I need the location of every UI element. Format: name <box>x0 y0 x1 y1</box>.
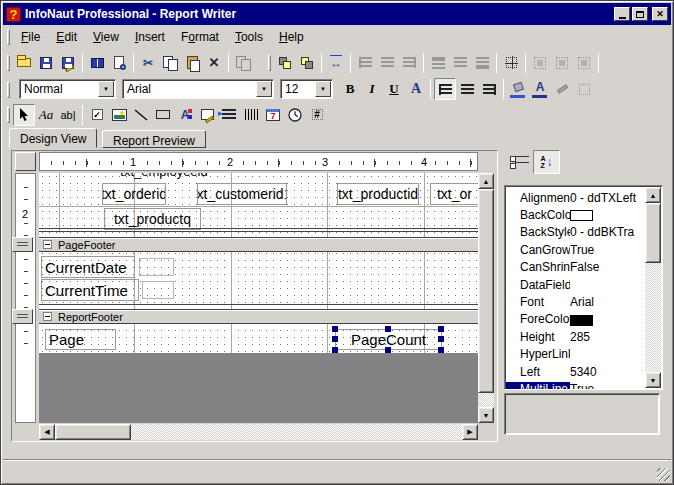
richtext-tool[interactable]: A <box>174 104 196 126</box>
save-as-button[interactable] <box>57 52 79 74</box>
selection-handle[interactable] <box>385 326 391 332</box>
field-txt-productq[interactable]: txt_productq <box>104 208 201 230</box>
categorized-view-button[interactable] <box>506 150 533 174</box>
fill-color-button[interactable] <box>507 78 529 100</box>
scroll-up-button[interactable]: ▲ <box>478 173 494 189</box>
label-tool[interactable]: Aa <box>35 104 57 126</box>
chevron-down-icon[interactable]: ▼ <box>98 81 114 97</box>
style-combo[interactable]: Normal ▼ <box>19 79 116 99</box>
property-value[interactable]: 5340 <box>570 365 645 379</box>
tab-design-view[interactable]: Design View <box>9 128 97 148</box>
rectangle-tool[interactable] <box>152 104 174 126</box>
band-header-reportfooter[interactable]: ReportFooter <box>39 309 478 324</box>
reorder-button[interactable] <box>232 52 254 74</box>
scroll-right-button[interactable]: ▶ <box>462 424 478 440</box>
property-row-backstyle[interactable]: BackStyle0 - ddBKTra <box>506 224 645 241</box>
band-handle[interactable] <box>12 237 33 252</box>
clipped-field[interactable]: txt_employeeid <box>97 173 231 180</box>
band-handle[interactable] <box>12 309 33 324</box>
align-center-button[interactable] <box>456 78 478 100</box>
subreport-tool[interactable] <box>196 104 218 126</box>
property-row-height[interactable]: Height285 <box>506 328 645 345</box>
property-row-datafield[interactable]: DataField <box>506 276 645 293</box>
menu-file[interactable]: File <box>13 28 48 46</box>
image-tool[interactable] <box>108 104 130 126</box>
color-swatch[interactable] <box>570 210 593 221</box>
size-combo[interactable]: 12 ▼ <box>280 79 333 99</box>
close-button[interactable]: ✕ <box>652 7 668 21</box>
bring-to-front-button[interactable] <box>274 52 296 74</box>
snap-to-grid-button[interactable] <box>500 52 522 74</box>
empty-field[interactable] <box>142 281 174 299</box>
property-name[interactable]: BackStyle <box>506 225 570 239</box>
field-txt-orderid[interactable]: txt_orderid <box>102 183 166 205</box>
property-value[interactable] <box>570 208 645 222</box>
property-name[interactable]: BackColor <box>506 208 570 222</box>
menu-tools[interactable]: Tools <box>227 28 271 46</box>
scroll-up-button[interactable]: ▲ <box>645 187 661 203</box>
empty-field[interactable] <box>139 258 174 276</box>
sort-alphabetic-button[interactable]: AZ ↓ <box>533 150 560 174</box>
band-header-pagefooter[interactable]: PageFooter <box>39 237 478 252</box>
menu-view[interactable]: View <box>85 28 127 46</box>
page-break-tool[interactable] <box>218 104 240 126</box>
field-currenttime[interactable]: CurrentTime <box>41 279 139 301</box>
print-preview-button[interactable] <box>108 52 130 74</box>
chevron-down-icon[interactable]: ▼ <box>256 81 272 97</box>
color-swatch[interactable] <box>570 315 593 326</box>
tab-report-preview[interactable]: Report Preview <box>102 130 206 148</box>
property-value[interactable]: True <box>570 382 645 390</box>
property-name[interactable]: CanShrink <box>506 260 570 274</box>
collapse-icon[interactable] <box>43 312 52 321</box>
property-row-font[interactable]: FontArial <box>506 293 645 310</box>
toolbar-grip[interactable] <box>268 55 271 71</box>
h-scrollbar-track[interactable] <box>131 424 462 440</box>
properties-list[interactable]: Alignment0 - ddTXLeftBackColorBackStyle0… <box>504 185 663 390</box>
property-name[interactable]: HyperLink <box>506 347 570 361</box>
property-name[interactable]: ForeColor <box>506 312 570 326</box>
send-to-back-button[interactable] <box>296 52 318 74</box>
toolbar-grip[interactable] <box>7 82 10 98</box>
v-scrollbar-track[interactable] <box>478 393 494 407</box>
save-button[interactable] <box>35 52 57 74</box>
date-tool[interactable]: 7 <box>262 104 284 126</box>
selection-handle[interactable] <box>332 336 338 342</box>
minimize-button[interactable] <box>614 7 630 21</box>
property-value[interactable]: False <box>570 260 645 274</box>
property-value[interactable]: Arial <box>570 295 645 309</box>
scroll-down-button[interactable]: ▼ <box>645 372 661 388</box>
field-txt-customerid1[interactable]: txt_customerid1 <box>197 183 287 205</box>
menu-grip[interactable] <box>7 29 10 45</box>
toolbar-grip[interactable] <box>7 107 10 123</box>
scrollbar-track[interactable] <box>645 263 661 372</box>
property-name[interactable]: Font <box>506 295 570 309</box>
field-txt-or-clipped[interactable]: txt_or <box>430 183 478 205</box>
property-row-hyperlink[interactable]: HyperLink <box>506 346 645 363</box>
time-tool[interactable] <box>284 104 306 126</box>
highlight-button[interactable] <box>551 78 573 100</box>
delete-button[interactable]: ✕ <box>203 52 225 74</box>
menu-edit[interactable]: Edit <box>48 28 85 46</box>
h-scrollbar-thumb[interactable] <box>55 424 131 440</box>
property-row-multiline[interactable]: MultiLineTrue <box>506 380 645 390</box>
field-page[interactable]: Page <box>45 329 116 350</box>
library-button[interactable] <box>86 52 108 74</box>
size-to-grid-button[interactable] <box>573 52 595 74</box>
chevron-down-icon[interactable]: ▼ <box>315 81 331 97</box>
property-value[interactable]: 0 - ddTXLeft <box>570 191 645 205</box>
property-name[interactable]: Alignment <box>506 191 570 205</box>
selection-handle[interactable] <box>332 326 338 332</box>
align-centers-button[interactable] <box>376 52 398 74</box>
open-button[interactable] <box>13 52 35 74</box>
properties-scrollbar[interactable]: ▲ ▼ <box>645 187 661 388</box>
align-lefts-button[interactable] <box>354 52 376 74</box>
property-row-alignment[interactable]: Alignment0 - ddTXLeft <box>506 189 645 206</box>
cut-button[interactable]: ✂ <box>137 52 159 74</box>
selection-handle[interactable] <box>438 326 444 332</box>
align-bottoms-button[interactable] <box>471 52 493 74</box>
align-middles-button[interactable] <box>449 52 471 74</box>
property-name[interactable]: MultiLine <box>506 382 570 390</box>
maximize-button[interactable] <box>632 7 648 21</box>
title-bar[interactable]: ? InfoNaut Professional - Report Writer … <box>3 3 671 25</box>
field-currentdate[interactable]: CurrentDate <box>41 256 135 278</box>
